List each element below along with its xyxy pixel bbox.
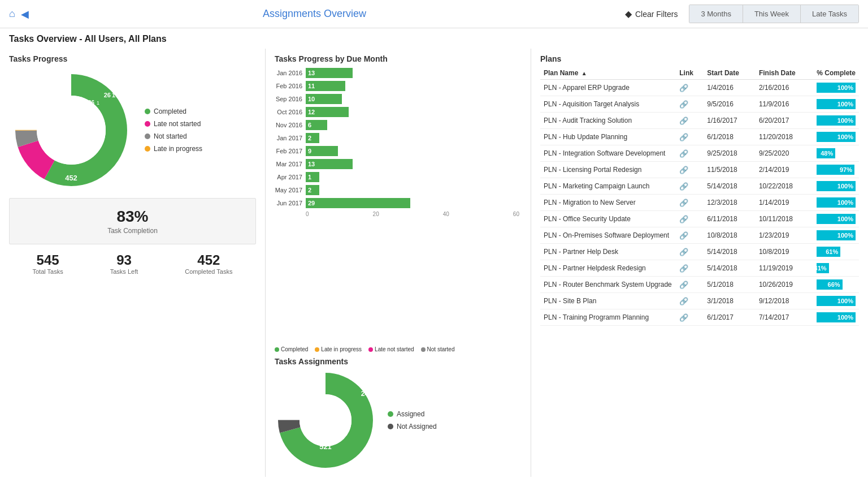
late-not-started-label: Late not started	[154, 120, 201, 128]
link-icon[interactable]: 🔗	[679, 313, 688, 322]
start-date-cell: 1/4/2016	[704, 80, 756, 96]
late-not-started-dot	[145, 121, 150, 127]
pct-bar: 48%	[817, 148, 835, 158]
pct-cell: 100%	[813, 195, 859, 211]
link-icon[interactable]: 🔗	[679, 149, 688, 158]
bar-chart-area: Jan 2016 13 Feb 2016 11 Sep 2016 10 Oct …	[275, 68, 522, 344]
bar-track: 1	[306, 172, 522, 182]
link-cell[interactable]: 🔗	[676, 211, 704, 227]
tasks-left-label: Tasks Left	[110, 268, 138, 275]
link-icon[interactable]: 🔗	[679, 264, 688, 273]
app-header: ⌂ ◀ Assignments Overview ◆ Clear Filters…	[0, 0, 868, 28]
link-cell[interactable]: 🔗	[676, 113, 704, 129]
bar-late-progress-dot	[315, 347, 319, 352]
finish-date-cell: 10/8/2019	[756, 244, 813, 260]
main-content: Tasks Progress 452 66	[0, 49, 868, 477]
link-icon[interactable]: 🔗	[679, 199, 688, 207]
table-row: PLN - Hub Update Planning 🔗 6/1/2018 11/…	[540, 129, 859, 145]
legend-completed: Completed	[145, 107, 202, 115]
link-cell[interactable]: 🔗	[676, 227, 704, 244]
bar-label: Oct 2016	[275, 109, 306, 115]
svg-text:452: 452	[47, 188, 58, 192]
link-icon[interactable]: 🔗	[679, 297, 688, 305]
tab-thisweek[interactable]: This Week	[743, 5, 801, 23]
link-cell[interactable]: 🔗	[676, 293, 704, 309]
link-cell[interactable]: 🔗	[676, 80, 704, 96]
link-cell[interactable]: 🔗	[676, 244, 704, 260]
legend-late-not-started: Late not started	[145, 120, 202, 128]
table-row: PLN - Apparel ERP Upgrade 🔗 1/4/2016 2/1…	[540, 80, 859, 96]
finish-date-cell: 7/14/2017	[756, 309, 813, 326]
bar-track: 13	[306, 159, 522, 169]
link-cell[interactable]: 🔗	[676, 195, 704, 211]
table-row: PLN - Aquisition Target Analysis 🔗 9/5/2…	[540, 96, 859, 113]
clear-filters-button[interactable]: ◆ Clear Filters	[625, 8, 678, 19]
bar-track: 11	[306, 81, 522, 91]
start-date-cell: 5/1/2018	[704, 277, 756, 293]
bar-track: 13	[306, 68, 522, 78]
finish-date-cell: 2/14/2019	[756, 162, 813, 178]
start-date-cell: 1/16/2017	[704, 113, 756, 129]
assign-area: 521 24 Assigned Not Assigned	[275, 369, 522, 471]
plan-name-cell: PLN - Partner Help Desk	[540, 244, 676, 260]
link-cell[interactable]: 🔗	[676, 178, 704, 195]
table-row: PLN - On-Premises Software Deployment 🔗 …	[540, 227, 859, 244]
completion-label: Task Completion	[19, 227, 246, 235]
pct-bar: 100%	[817, 99, 856, 109]
tasks-progress-legend: Completed Late not started Not started L…	[145, 107, 202, 153]
bar-label: Nov 2016	[275, 122, 306, 128]
pct-cell: 100%	[813, 178, 859, 195]
plans-table-header: Plan Name ▲ Link Start Date Finish Date …	[540, 67, 859, 80]
link-icon[interactable]: 🔗	[679, 182, 688, 191]
link-cell[interactable]: 🔗	[676, 145, 704, 162]
bar-row: Jan 2017 2	[275, 133, 522, 143]
pct-bar: 100%	[817, 312, 856, 322]
link-cell[interactable]: 🔗	[676, 129, 704, 145]
link-cell[interactable]: 🔗	[676, 260, 704, 277]
link-icon[interactable]: 🔗	[679, 166, 688, 174]
bar-axis: 0 20 40 60	[275, 211, 522, 217]
pct-bar: 61%	[817, 247, 840, 257]
finish-date-cell: 10/11/2018	[756, 211, 813, 227]
pct-cell: 66%	[813, 277, 859, 293]
link-icon[interactable]: 🔗	[679, 117, 688, 125]
tasks-donut-chart: 452 66 26 1 452 66 26 1	[9, 68, 133, 192]
total-tasks-label: Total Tasks	[33, 268, 63, 275]
bar-label: Apr 2017	[275, 174, 306, 180]
link-icon[interactable]: 🔗	[679, 84, 688, 92]
svg-text:1: 1	[97, 100, 99, 106]
pct-bar: 31%	[817, 263, 828, 273]
link-cell[interactable]: 🔗	[676, 162, 704, 178]
pct-bar: 100%	[817, 181, 856, 191]
link-icon[interactable]: 🔗	[679, 133, 688, 141]
axis-60: 60	[513, 211, 519, 217]
link-icon[interactable]: 🔗	[679, 281, 688, 289]
bar-legend-late-not-started: Late not started	[368, 346, 414, 352]
link-cell[interactable]: 🔗	[676, 309, 704, 326]
plan-name-cell: PLN - Partner Helpdesk Redesign	[540, 260, 676, 277]
plan-name-cell: PLN - Apparel ERP Upgrade	[540, 80, 676, 96]
bar-fill: 6	[306, 120, 327, 130]
tab-latetasks[interactable]: Late Tasks	[801, 5, 858, 23]
axis-labels: 0 20 40 60	[306, 211, 522, 217]
pct-cell: 100%	[813, 309, 859, 326]
late-in-progress-label: Late in progress	[154, 145, 202, 153]
link-icon[interactable]: 🔗	[679, 248, 688, 256]
axis-40: 40	[443, 211, 449, 217]
bar-track: 12	[306, 107, 522, 117]
table-row: PLN - Office Security Update 🔗 6/11/2018…	[540, 211, 859, 227]
plan-name-cell: PLN - Site B Plan	[540, 293, 676, 309]
link-icon[interactable]: 🔗	[679, 231, 688, 240]
plan-name-cell: PLN - Router Benchmark System Upgrade	[540, 277, 676, 293]
bar-late-progress-label: Late in progress	[321, 346, 362, 352]
table-row: PLN - Router Benchmark System Upgrade 🔗 …	[540, 277, 859, 293]
completed-tasks-value: 452	[185, 252, 232, 268]
plans-table: Plan Name ▲ Link Start Date Finish Date …	[540, 67, 859, 326]
link-cell[interactable]: 🔗	[676, 96, 704, 113]
link-icon[interactable]: 🔗	[679, 215, 688, 223]
link-icon[interactable]: 🔗	[679, 100, 688, 109]
completed-label: Completed	[154, 107, 186, 115]
tab-3months[interactable]: 3 Months	[689, 5, 743, 23]
link-cell[interactable]: 🔗	[676, 277, 704, 293]
bar-track: 2	[306, 133, 522, 143]
